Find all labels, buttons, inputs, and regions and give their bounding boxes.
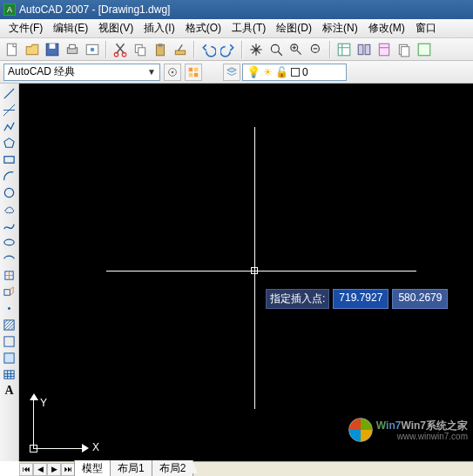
markup-icon[interactable] (416, 41, 433, 58)
workspace-settings-icon[interactable] (164, 64, 181, 81)
save-icon[interactable] (44, 41, 61, 58)
dyn-prompt: 指定插入点: (266, 289, 329, 309)
insert-block-icon[interactable] (2, 267, 17, 283)
menu-modify[interactable]: 修改(M) (363, 19, 410, 37)
match-icon[interactable] (172, 41, 189, 58)
menu-window[interactable]: 窗口 (410, 19, 442, 37)
tab-layout1[interactable]: 布局1 (110, 460, 152, 476)
revcloud-icon[interactable] (2, 201, 17, 217)
arc-icon[interactable] (2, 168, 17, 184)
spline-icon[interactable] (2, 218, 17, 233)
print-icon[interactable] (64, 41, 81, 58)
svg-rect-30 (4, 156, 14, 163)
tab-layout2[interactable]: 布局2 (152, 460, 194, 476)
svg-rect-10 (139, 47, 145, 55)
drawing-canvas[interactable]: 指定插入点: 719.7927 580.2679 Y X Win7Win7系统之… (19, 84, 473, 461)
copy-icon[interactable] (132, 41, 149, 58)
cut-icon[interactable] (111, 41, 129, 58)
menu-view[interactable]: 视图(V) (93, 19, 139, 37)
sun-icon: ☀ (263, 66, 273, 78)
tab-model[interactable]: 模型 (74, 460, 111, 476)
layer-manager-icon[interactable] (223, 64, 240, 81)
hatch-icon[interactable] (2, 317, 17, 332)
region-icon[interactable] (2, 350, 17, 365)
work-area: A 指定插入点: 719.7927 580.2679 Y X Win7Win7系… (0, 84, 473, 461)
svg-point-32 (4, 239, 14, 245)
redo-icon[interactable] (220, 41, 237, 58)
construction-line-icon[interactable] (2, 102, 17, 117)
bulb-icon: 💡 (247, 65, 260, 78)
paste-icon[interactable] (152, 41, 169, 58)
menu-file[interactable]: 文件(F) (3, 19, 48, 37)
svg-point-6 (91, 47, 95, 51)
plot-preview-icon[interactable] (84, 41, 101, 58)
design-center-icon[interactable] (355, 41, 373, 58)
zoom-window-icon[interactable] (287, 41, 305, 58)
text-icon[interactable]: A (2, 383, 17, 399)
ucs-y-label: Y (40, 397, 47, 409)
svg-rect-17 (338, 44, 350, 56)
menu-draw[interactable]: 绘图(D) (271, 19, 317, 37)
color-swatch (291, 68, 300, 77)
separator (241, 41, 243, 58)
dynamic-input: 指定插入点: 719.7927 580.2679 (266, 289, 448, 309)
menu-format[interactable]: 格式(O) (180, 19, 226, 37)
draw-toolbar: A (0, 84, 19, 461)
ellipse-icon[interactable] (2, 234, 17, 250)
menu-tools[interactable]: 工具(T) (226, 19, 271, 37)
ucs-x-label: X (92, 441, 99, 453)
workspace-combo[interactable]: AutoCAD 经典 ▼ (3, 64, 160, 81)
ucs-icon: Y X (26, 390, 105, 459)
tab-nav-last-icon[interactable]: ⏭ (61, 463, 75, 476)
dyn-y[interactable]: 580.2679 (392, 289, 448, 309)
svg-rect-19 (365, 44, 370, 54)
tab-nav-first-icon[interactable]: ⏮ (19, 463, 33, 476)
windows-logo-icon (348, 418, 373, 442)
menu-edit[interactable]: 编辑(E) (48, 19, 93, 37)
undo-icon[interactable] (199, 41, 217, 58)
properties-icon[interactable] (335, 41, 353, 58)
open-icon[interactable] (24, 41, 41, 58)
gradient-icon[interactable] (2, 333, 17, 349)
svg-point-35 (8, 307, 10, 310)
pan-icon[interactable] (247, 41, 265, 58)
tab-nav-next-icon[interactable]: ▶ (47, 463, 61, 476)
rectangle-icon[interactable] (2, 151, 17, 167)
new-icon[interactable] (3, 41, 21, 58)
dyn-x[interactable]: 719.7927 (333, 289, 389, 309)
zoom-previous-icon[interactable] (307, 41, 325, 58)
tool-palettes-icon[interactable] (375, 41, 393, 58)
workspace-bar: AutoCAD 经典 ▼ 💡 ☀ 🔓 0 (0, 61, 473, 84)
menu-bar: 文件(F) 编辑(E) 视图(V) 插入(I) 格式(O) 工具(T) 绘图(D… (0, 19, 473, 38)
svg-rect-4 (70, 44, 76, 49)
zoom-realtime-icon[interactable] (267, 41, 285, 58)
separator (329, 41, 331, 58)
ellipse-arc-icon[interactable] (2, 251, 17, 266)
layer-combo[interactable]: 💡 ☀ 🔓 0 (242, 64, 347, 81)
watermark-url: www.winwin7.com (376, 432, 468, 441)
title-bar: A AutoCAD 2007 - [Drawing1.dwg] (0, 0, 473, 19)
tab-nav-prev-icon[interactable]: ◀ (33, 463, 47, 476)
point-icon[interactable] (2, 300, 17, 316)
polyline-icon[interactable] (2, 118, 17, 134)
workspace-lock-icon[interactable] (185, 64, 202, 81)
menu-insert[interactable]: 插入(I) (139, 19, 179, 37)
polygon-icon[interactable] (2, 135, 17, 151)
make-block-icon[interactable] (2, 284, 17, 299)
standard-toolbar (0, 38, 473, 61)
circle-icon[interactable] (2, 184, 17, 200)
window-title: AutoCAD 2007 - [Drawing1.dwg] (19, 3, 170, 16)
svg-rect-40 (4, 370, 14, 378)
line-icon[interactable] (2, 85, 17, 101)
svg-rect-34 (4, 289, 10, 295)
app-icon: A (3, 3, 16, 16)
svg-rect-23 (418, 44, 430, 56)
layer-name: 0 (302, 66, 308, 78)
sheetset-icon[interactable] (395, 41, 413, 58)
watermark: Win7Win7系统之家 www.winwin7.com (348, 418, 468, 442)
svg-rect-13 (175, 50, 185, 55)
svg-rect-39 (4, 352, 14, 362)
lock-icon: 🔓 (275, 66, 288, 78)
menu-annotate[interactable]: 标注(N) (317, 19, 363, 37)
table-icon[interactable] (2, 366, 17, 382)
